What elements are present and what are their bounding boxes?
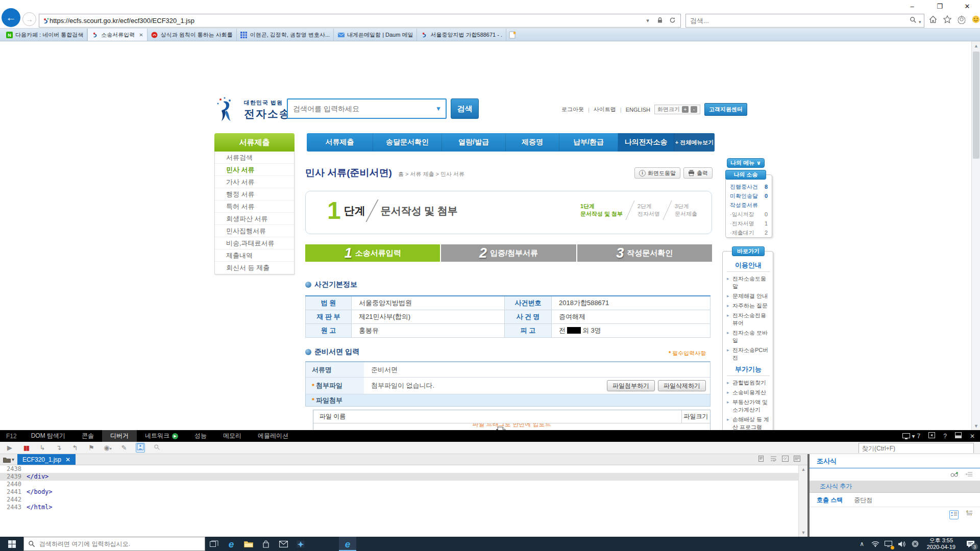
unpin-icon[interactable] xyxy=(955,432,962,440)
devtools-find-box[interactable] xyxy=(859,443,974,453)
new-tab-button[interactable] xyxy=(506,29,519,41)
url-bar[interactable]: https://ecfs.scourt.go.kr/ecf/ecf300/ECF… xyxy=(39,14,681,28)
start-button[interactable] xyxy=(0,537,23,551)
display-cast-icon[interactable] xyxy=(882,537,895,551)
break-icon[interactable]: ▮▮ xyxy=(21,444,31,452)
sidebar-item-noncontentious-docs[interactable]: 비송,과태료서류 xyxy=(215,237,294,249)
devtools-close-icon[interactable]: ✕ xyxy=(970,433,975,440)
devtools-find-input[interactable] xyxy=(859,444,973,453)
browser-tab[interactable]: 내게쓴메일함 | Daum 메일 xyxy=(334,29,417,41)
open-window-icon[interactable] xyxy=(928,432,935,440)
devtools-tab-memory[interactable]: 메모리 xyxy=(215,430,250,442)
source-map-icon[interactable] xyxy=(782,456,789,463)
sidebar-item-admin-docs[interactable]: 행정 서류 xyxy=(215,188,294,201)
shortcut-link[interactable]: ▸관할법원찾기 xyxy=(727,378,770,388)
sidebar-item-civil-docs[interactable]: 민사 서류 xyxy=(215,164,294,176)
add-watch-icon[interactable] xyxy=(950,471,959,479)
callstack-frames-icon[interactable] xyxy=(949,510,959,519)
action-center-button[interactable]: 3 xyxy=(961,537,980,551)
help-icon[interactable]: ? xyxy=(943,433,947,440)
site-search-button[interactable]: 검색 xyxy=(451,98,479,119)
browser-search-box[interactable]: ▾ xyxy=(685,14,924,28)
sidebar-item-submission-history[interactable]: 제출내역 xyxy=(215,249,294,262)
list-item[interactable]: 미확인송달0 xyxy=(730,191,768,201)
nav-item-my-litigation[interactable]: 나의전자소송 xyxy=(618,133,674,152)
sidebar-item-reply-submission[interactable]: 회신서 등 제출 xyxy=(215,262,294,274)
attach-file-button[interactable]: 파일첨부하기 xyxy=(607,380,655,391)
site-search-input[interactable] xyxy=(288,105,431,113)
taskbar-search-box[interactable] xyxy=(23,537,205,551)
settings-gear-icon[interactable] xyxy=(957,14,966,24)
format-icon[interactable] xyxy=(758,456,765,463)
nav-item-view[interactable]: 열람/발급 xyxy=(442,133,506,152)
page-scrollbar[interactable]: ▲ ▼ xyxy=(971,41,980,430)
exception-control-icon[interactable]: ◉▾ xyxy=(103,444,112,452)
home-icon[interactable] xyxy=(928,14,938,24)
wifi-icon[interactable] xyxy=(869,537,882,551)
compiled-view-icon[interactable] xyxy=(794,456,800,463)
list-item[interactable]: 작성중서류 xyxy=(730,201,768,210)
shortcut-link[interactable]: ▸전자소송 모바일 xyxy=(727,328,770,345)
scroll-down-icon[interactable]: ▼ xyxy=(799,529,808,537)
sitemap-link[interactable]: 사이트맵 xyxy=(594,106,616,113)
site-logo[interactable]: 대한민국 법원 전자소송 xyxy=(216,96,291,123)
refresh-icon[interactable] xyxy=(666,17,678,24)
wordwrap-icon[interactable] xyxy=(770,456,777,463)
sidebar-item-rehab-docs[interactable]: 회생파산 서류 xyxy=(215,213,294,225)
minimize-button[interactable]: – xyxy=(905,3,919,10)
taskbar-ie-icon[interactable]: e xyxy=(223,537,240,551)
code-line[interactable]: 2440 xyxy=(0,481,798,488)
tab-doc-input[interactable]: 1소송서류입력 xyxy=(305,244,440,262)
shortcut-link[interactable]: ▸전자소송도움말 xyxy=(727,274,770,291)
continue-icon[interactable]: ▶ xyxy=(5,444,14,452)
file-upload-box[interactable]: 파일 이름 파일크기 파일 드래그로 한번에 업로드 InnoDS 0.00KB… xyxy=(313,410,710,430)
list-item[interactable]: ·임시저장0 xyxy=(730,210,768,219)
file-drop-zone[interactable]: 파일 드래그로 한번에 업로드 InnoDS xyxy=(313,423,710,430)
browser-search-input[interactable] xyxy=(686,17,906,24)
nav-item-submit[interactable]: 서류제출 xyxy=(307,133,373,152)
restore-button[interactable]: ❐ xyxy=(933,3,946,10)
code-line-highlighted[interactable]: 2439</div> xyxy=(0,473,798,481)
browser-tab-active[interactable]: 소송서류입력 ✕ xyxy=(87,29,147,41)
tab-close-icon[interactable]: ✕ xyxy=(139,32,143,38)
add-watch-row[interactable]: 조사식 추가 xyxy=(810,481,980,493)
shortcut-link[interactable]: ▸전자소송전용뷰어 xyxy=(727,311,770,328)
breakpoints-tab[interactable]: 중단점 xyxy=(854,496,872,505)
zoom-out-button[interactable]: - xyxy=(691,106,697,113)
devtools-tab-performance[interactable]: 성능 xyxy=(186,430,215,442)
delete-watch-icon[interactable] xyxy=(966,471,973,479)
logout-link[interactable]: 로그아웃 xyxy=(561,106,584,113)
browser-tab[interactable]: 이현곤, 김정학, 권창영 변호사... xyxy=(237,29,334,41)
shortcut-link[interactable]: ▸부동산가액 및 소가계산기 xyxy=(727,397,770,415)
taskbar-mail-icon[interactable] xyxy=(275,537,292,551)
delete-file-button[interactable]: 파일삭제하기 xyxy=(658,380,706,391)
task-view-button[interactable] xyxy=(205,537,223,551)
site-search-box[interactable]: ▼ xyxy=(287,98,447,119)
zoom-in-button[interactable]: + xyxy=(682,106,689,113)
file-tab-close-icon[interactable]: ✕ xyxy=(65,456,70,463)
taskbar-explorer-icon[interactable] xyxy=(240,537,257,551)
devtools-tab-debugger[interactable]: 디버거 xyxy=(102,430,137,442)
site-search-dropdown-icon[interactable]: ▼ xyxy=(431,105,446,112)
devtools-tab-network[interactable]: 네트워크 ▶ xyxy=(137,430,186,442)
pin-source-icon[interactable]: ✎ xyxy=(119,444,129,452)
shortcut-link[interactable]: ▸문제해결 안내 xyxy=(727,291,770,301)
tab-doc-confirm[interactable]: 3작성문서확인 xyxy=(577,244,712,262)
support-center-button[interactable]: 고객지원센터 xyxy=(704,103,747,116)
list-item[interactable]: ·전자서명1 xyxy=(730,219,768,228)
search-dropdown-icon[interactable]: ▾ xyxy=(919,19,921,24)
target-selector[interactable]: ▾ 7 xyxy=(902,433,921,440)
tray-status-icon[interactable] xyxy=(909,537,922,551)
code-editor[interactable]: 2438 2439</div> 2440 2441</body> 2442 24… xyxy=(0,465,798,537)
taskbar-clock[interactable]: 오후 3:55 2020-04-19 xyxy=(922,537,961,550)
step-over-icon[interactable]: ↴ xyxy=(54,444,63,452)
shortcut-link[interactable]: ▸전자소송PC버전 xyxy=(727,345,770,363)
async-stack-icon[interactable] xyxy=(966,510,973,519)
scroll-up-icon[interactable]: ▲ xyxy=(972,41,980,50)
devtools-tab-dom[interactable]: DOM 탐색기 xyxy=(23,430,74,442)
devtools-tab-console[interactable]: 콘솔 xyxy=(74,430,102,442)
sidebar-item-family-docs[interactable]: 가사 서류 xyxy=(215,176,294,188)
nav-item-cert[interactable]: 제증명 xyxy=(506,133,559,152)
nav-item-all-menu[interactable]: + 전체메뉴보기 xyxy=(674,133,715,152)
list-item[interactable]: 진행중사건8 xyxy=(730,182,768,191)
